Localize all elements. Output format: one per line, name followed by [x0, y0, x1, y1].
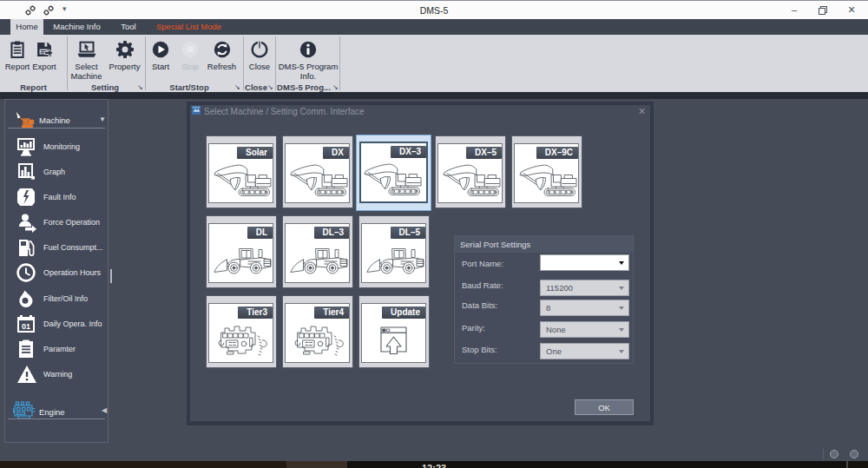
svg-text:01: 01 [22, 322, 30, 331]
